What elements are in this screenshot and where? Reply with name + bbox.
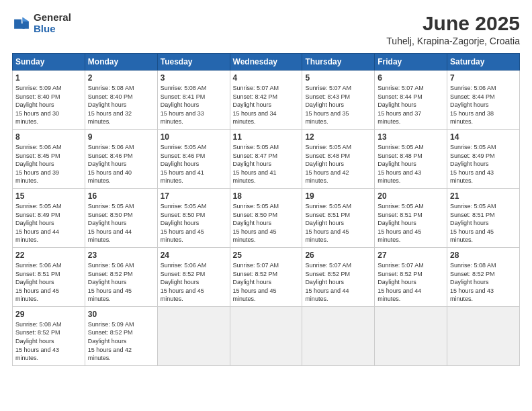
title-block: June 2025 Tuhelj, Krapina-Zagorje, Croat…	[386, 12, 520, 46]
daylight-duration: 15 hours and 44 minutes.	[15, 228, 59, 244]
daylight-duration: 15 hours and 40 minutes.	[88, 169, 132, 185]
daylight-label: Daylight hours	[15, 161, 54, 167]
sunset-label: Sunset: 8:44 PM	[450, 93, 495, 100]
day-number: 12	[305, 132, 371, 142]
day-info: Sunrise: 5:07 AM Sunset: 8:52 PM Dayligh…	[378, 261, 444, 304]
daylight-duration: 15 hours and 44 minutes.	[378, 287, 421, 303]
daylight-label: Daylight hours	[305, 101, 344, 108]
day-number: 15	[15, 191, 82, 201]
sunset-label: Sunset: 8:42 PM	[233, 93, 278, 100]
weekday-header: Friday	[375, 54, 447, 71]
daylight-duration: 15 hours and 43 minutes.	[378, 169, 421, 185]
day-info: Sunrise: 5:07 AM Sunset: 8:44 PM Dayligh…	[378, 84, 444, 126]
daylight-duration: 15 hours and 35 minutes.	[305, 110, 349, 126]
day-info: Sunrise: 5:06 AM Sunset: 8:45 PM Dayligh…	[15, 143, 82, 185]
day-number: 11	[233, 132, 300, 142]
day-number: 3	[161, 73, 227, 83]
header: General Blue June 2025 Tuhelj, Krapina-Z…	[12, 12, 520, 46]
day-number: 14	[450, 132, 517, 142]
sunset-label: Sunset: 8:48 PM	[305, 152, 350, 159]
calendar-cell: 12 Sunrise: 5:05 AM Sunset: 8:48 PM Dayl…	[302, 129, 375, 188]
calendar-cell	[157, 306, 230, 365]
day-info: Sunrise: 5:05 AM Sunset: 8:50 PM Dayligh…	[233, 202, 300, 244]
calendar-cell: 28 Sunrise: 5:08 AM Sunset: 8:52 PM Dayl…	[447, 247, 520, 306]
calendar-cell: 20 Sunrise: 5:05 AM Sunset: 8:51 PM Dayl…	[375, 188, 447, 247]
calendar-cell: 22 Sunrise: 5:06 AM Sunset: 8:51 PM Dayl…	[13, 247, 85, 306]
calendar-cell: 1 Sunrise: 5:09 AM Sunset: 8:40 PM Dayli…	[13, 71, 85, 130]
day-info: Sunrise: 5:05 AM Sunset: 8:51 PM Dayligh…	[378, 202, 444, 244]
calendar-cell: 2 Sunrise: 5:08 AM Sunset: 8:40 PM Dayli…	[85, 71, 157, 130]
day-number: 30	[88, 310, 154, 319]
daylight-label: Daylight hours	[450, 101, 489, 108]
calendar-cell: 23 Sunrise: 5:06 AM Sunset: 8:52 PM Dayl…	[85, 247, 157, 306]
daylight-label: Daylight hours	[233, 279, 272, 285]
sunrise-label: Sunrise: 5:09 AM	[88, 321, 134, 328]
day-number: 17	[161, 191, 227, 201]
sunset-label: Sunset: 8:50 PM	[88, 212, 133, 218]
daylight-label: Daylight hours	[88, 161, 127, 167]
sunrise-label: Sunrise: 5:05 AM	[233, 144, 279, 150]
sunrise-label: Sunrise: 5:06 AM	[450, 85, 496, 91]
sunrise-label: Sunrise: 5:05 AM	[378, 203, 424, 210]
daylight-duration: 15 hours and 30 minutes.	[15, 110, 59, 126]
day-number: 6	[378, 73, 444, 83]
daylight-label: Daylight hours	[88, 101, 127, 108]
sunrise-label: Sunrise: 5:05 AM	[161, 144, 207, 150]
daylight-duration: 15 hours and 45 minutes.	[378, 228, 421, 244]
daylight-label: Daylight hours	[450, 279, 489, 285]
daylight-duration: 15 hours and 42 minutes.	[88, 347, 132, 362]
sunrise-label: Sunrise: 5:05 AM	[233, 203, 279, 210]
calendar-cell: 11 Sunrise: 5:05 AM Sunset: 8:47 PM Dayl…	[230, 129, 302, 188]
sunset-label: Sunset: 8:50 PM	[161, 212, 206, 218]
calendar-cell: 30 Sunrise: 5:09 AM Sunset: 8:52 PM Dayl…	[85, 306, 157, 365]
day-info: Sunrise: 5:08 AM Sunset: 8:41 PM Dayligh…	[161, 84, 227, 126]
sunset-label: Sunset: 8:45 PM	[15, 152, 60, 159]
daylight-label: Daylight hours	[161, 101, 200, 108]
sunrise-label: Sunrise: 5:07 AM	[305, 85, 351, 91]
day-info: Sunrise: 5:07 AM Sunset: 8:52 PM Dayligh…	[305, 261, 371, 304]
daylight-duration: 15 hours and 45 minutes.	[88, 287, 132, 303]
sunrise-label: Sunrise: 5:05 AM	[15, 203, 62, 210]
daylight-label: Daylight hours	[88, 338, 127, 345]
day-number: 16	[88, 191, 154, 201]
sunset-label: Sunset: 8:40 PM	[88, 93, 133, 100]
month-title: June 2025	[386, 12, 520, 34]
sunrise-label: Sunrise: 5:05 AM	[88, 203, 134, 210]
day-info: Sunrise: 5:05 AM Sunset: 8:46 PM Dayligh…	[161, 143, 227, 185]
sunset-label: Sunset: 8:51 PM	[305, 212, 350, 218]
sunset-label: Sunset: 8:48 PM	[378, 152, 423, 159]
daylight-duration: 15 hours and 44 minutes.	[305, 287, 349, 303]
sunrise-label: Sunrise: 5:05 AM	[305, 144, 351, 150]
calendar-cell: 21 Sunrise: 5:05 AM Sunset: 8:51 PM Dayl…	[447, 188, 520, 247]
sunrise-label: Sunrise: 5:09 AM	[15, 85, 62, 91]
day-info: Sunrise: 5:05 AM Sunset: 8:47 PM Dayligh…	[233, 143, 300, 185]
sunrise-label: Sunrise: 5:06 AM	[88, 262, 134, 269]
daylight-duration: 15 hours and 45 minutes.	[161, 287, 204, 303]
sunset-label: Sunset: 8:51 PM	[450, 212, 495, 218]
calendar-cell	[302, 306, 375, 365]
calendar-cell: 26 Sunrise: 5:07 AM Sunset: 8:52 PM Dayl…	[302, 247, 375, 306]
day-info: Sunrise: 5:05 AM Sunset: 8:51 PM Dayligh…	[305, 202, 371, 244]
calendar-table: SundayMondayTuesdayWednesdayThursdayFrid…	[12, 53, 520, 366]
sunset-label: Sunset: 8:47 PM	[233, 152, 278, 159]
day-number: 29	[15, 310, 82, 319]
daylight-label: Daylight hours	[233, 220, 272, 226]
calendar-cell: 18 Sunrise: 5:05 AM Sunset: 8:50 PM Dayl…	[230, 188, 302, 247]
day-info: Sunrise: 5:06 AM Sunset: 8:52 PM Dayligh…	[88, 261, 154, 304]
daylight-label: Daylight hours	[15, 338, 54, 345]
daylight-label: Daylight hours	[305, 279, 344, 285]
day-info: Sunrise: 5:09 AM Sunset: 8:40 PM Dayligh…	[15, 84, 82, 126]
day-number: 7	[450, 73, 517, 83]
day-info: Sunrise: 5:09 AM Sunset: 8:52 PM Dayligh…	[88, 320, 154, 363]
sunrise-label: Sunrise: 5:08 AM	[450, 262, 496, 269]
calendar-cell	[375, 306, 447, 365]
calendar-week-row: 29 Sunrise: 5:08 AM Sunset: 8:52 PM Dayl…	[13, 306, 520, 365]
calendar-cell	[230, 306, 302, 365]
day-number: 28	[450, 250, 517, 260]
day-info: Sunrise: 5:06 AM Sunset: 8:44 PM Dayligh…	[450, 84, 517, 126]
sunrise-label: Sunrise: 5:07 AM	[378, 262, 424, 269]
daylight-label: Daylight hours	[450, 161, 489, 167]
daylight-duration: 15 hours and 43 minutes.	[450, 287, 494, 303]
calendar-week-row: 8 Sunrise: 5:06 AM Sunset: 8:45 PM Dayli…	[13, 129, 520, 188]
day-info: Sunrise: 5:05 AM Sunset: 8:48 PM Dayligh…	[305, 143, 371, 185]
